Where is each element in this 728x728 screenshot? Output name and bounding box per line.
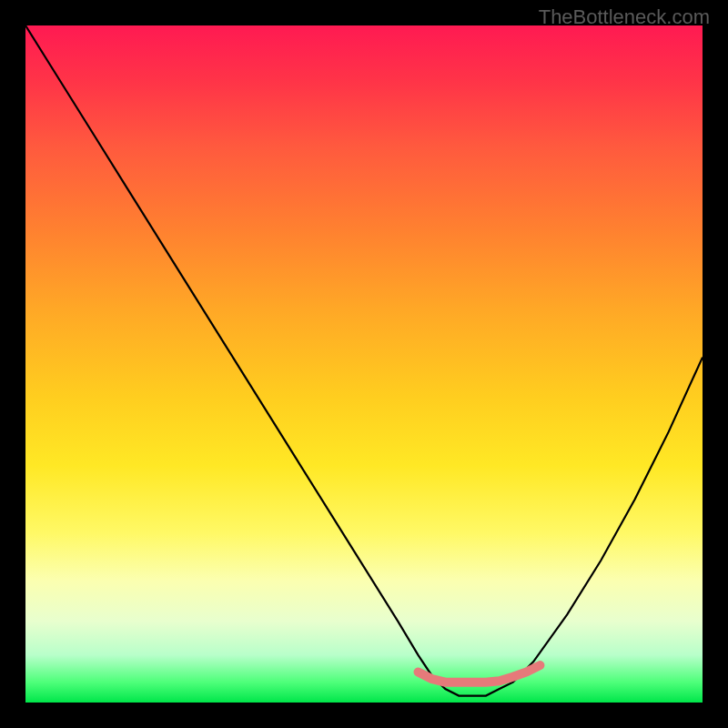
plot-area xyxy=(25,25,703,703)
optimal-zone-path xyxy=(419,665,541,682)
bottleneck-curve-path xyxy=(25,25,703,696)
chart-svg xyxy=(25,25,703,703)
watermark-text: TheBottleneck.com xyxy=(539,5,710,29)
